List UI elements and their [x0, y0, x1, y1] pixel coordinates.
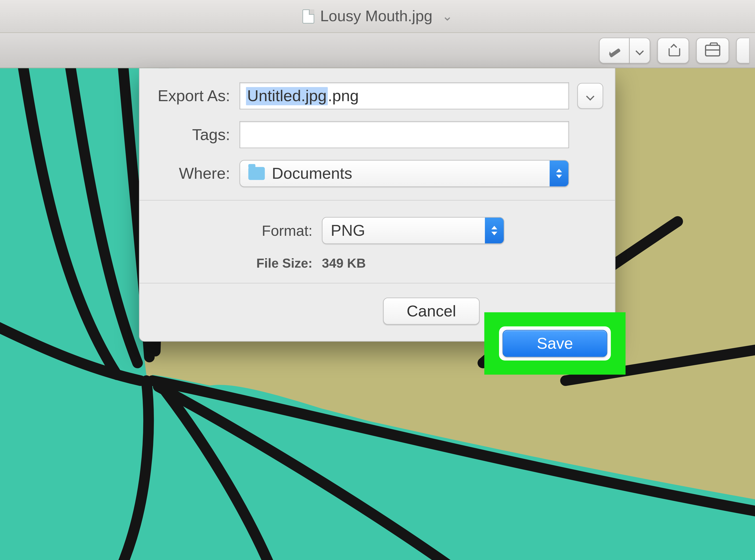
folder-icon — [248, 167, 265, 180]
save-button[interactable]: Save — [503, 330, 607, 357]
file-size-value: 349 KB — [322, 256, 366, 271]
toolbar — [0, 33, 755, 68]
pen-icon — [608, 44, 621, 57]
toolbox-icon — [705, 44, 720, 56]
format-popup[interactable]: PNG — [322, 217, 504, 244]
file-icon — [303, 9, 314, 23]
format-stepper[interactable] — [485, 218, 504, 244]
markup-menu-button[interactable] — [630, 37, 650, 63]
toolbox-button[interactable] — [696, 37, 729, 63]
tags-label: Tags: — [151, 126, 239, 144]
window-title: Lousy Mouth.jpg — [320, 7, 432, 25]
export-as-field[interactable]: Untitled.jpg.png — [239, 82, 569, 109]
where-label: Where: — [151, 164, 239, 182]
where-popup[interactable]: Documents — [239, 160, 569, 187]
markup-split-button[interactable] — [599, 37, 650, 63]
where-stepper[interactable] — [550, 161, 568, 186]
export-sheet: Export As: Untitled.jpg.png Tags: Where: — [139, 68, 616, 342]
export-as-label: Export As: — [151, 87, 239, 105]
title-bar: Lousy Mouth.jpg ⌄ — [0, 0, 755, 33]
cancel-button[interactable]: Cancel — [383, 298, 480, 325]
overflow-button[interactable] — [736, 37, 749, 63]
export-as-selected-text: Untitled.jpg — [246, 87, 328, 105]
chevron-down-icon — [586, 92, 594, 100]
file-size-label: File Size: — [151, 256, 322, 271]
tags-field[interactable] — [239, 121, 569, 148]
expand-save-panel-button[interactable] — [577, 83, 603, 109]
format-label: Format: — [151, 222, 322, 239]
share-button[interactable] — [657, 37, 689, 63]
chevron-down-icon[interactable]: ⌄ — [442, 8, 452, 24]
markup-button[interactable] — [599, 37, 630, 63]
format-value: PNG — [331, 221, 365, 240]
where-value: Documents — [272, 164, 352, 182]
save-highlight: Save — [486, 314, 624, 373]
share-icon — [666, 43, 680, 57]
export-as-suffix: .png — [328, 87, 359, 105]
chevron-down-icon — [636, 46, 644, 55]
